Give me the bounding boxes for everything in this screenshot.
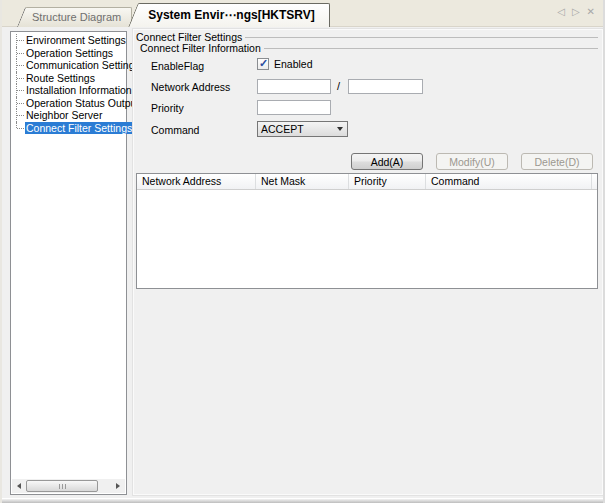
sidebar-item-neighbor-server[interactable]: Neighbor Server	[11, 109, 126, 122]
next-tab-icon[interactable]: ▷	[572, 6, 580, 18]
dropdown-button[interactable]	[332, 122, 347, 136]
divider	[245, 37, 598, 38]
sidebar-item-installation-information[interactable]: Installation Information	[11, 84, 126, 97]
column-header-net-mask[interactable]: Net Mask	[256, 174, 349, 189]
sidebar-item-operation-status-output[interactable]: Operation Status Output	[11, 97, 126, 110]
group-title: Connect Filter Information	[140, 42, 598, 54]
filter-list-table: Network Address Net Mask Priority Comman…	[136, 173, 598, 289]
enable-flag-field: Enabled	[257, 58, 313, 70]
sidebar-item-connect-filter-settings[interactable]: Connect Filter Settings	[11, 122, 126, 135]
tab-structure-diagram[interactable]: Structure Diagram	[28, 7, 132, 27]
tab-label: System Envir⋯ngs[HKTSRV]	[148, 8, 314, 22]
tab-navigation: ◁ ▷ ✕	[557, 6, 595, 18]
tab-label: Structure Diagram	[32, 11, 121, 23]
column-header-network-address[interactable]: Network Address	[137, 174, 256, 189]
modify-button[interactable]: Modify(U)	[436, 153, 508, 170]
arrow-left-icon	[17, 483, 21, 489]
filter-list-header: Network Address Net Mask Priority Comman…	[137, 174, 597, 190]
grip-icon	[65, 484, 66, 489]
grip-icon	[59, 484, 60, 489]
filter-list-body[interactable]	[137, 190, 597, 288]
sidebar-item-communication-settings[interactable]: Communication Settings	[11, 59, 126, 72]
add-button[interactable]: Add(A)	[351, 153, 423, 170]
settings-tree-panel: Environment Settings Operation Settings …	[10, 31, 127, 495]
tab-system-environment-settings[interactable]: System Envir⋯ngs[HKTSRV]	[140, 3, 329, 27]
close-tab-icon[interactable]: ✕	[587, 6, 595, 18]
prev-tab-icon[interactable]: ◁	[557, 6, 565, 18]
grip-icon	[62, 484, 63, 489]
delete-button[interactable]: Delete(D)	[521, 153, 593, 170]
chevron-down-icon	[337, 127, 343, 131]
sidebar-horizontal-scrollbar[interactable]	[12, 479, 125, 493]
scroll-left-button[interactable]	[12, 479, 26, 493]
action-buttons: Add(A) Modify(U) Delete(D)	[351, 153, 593, 170]
connect-filter-settings-panel: Connect Filter Settings Connect Filter I…	[132, 28, 604, 496]
address-mask-separator: /	[337, 80, 340, 92]
priority-input[interactable]	[257, 100, 331, 115]
column-header-priority[interactable]: Priority	[349, 174, 426, 189]
enable-flag-checkbox[interactable]	[257, 58, 269, 70]
enabled-label: Enabled	[274, 58, 313, 70]
sidebar-item-route-settings[interactable]: Route Settings	[11, 72, 126, 85]
enable-flag-label: EnableFlag	[151, 60, 204, 72]
scrollbar-thumb[interactable]	[26, 480, 98, 492]
command-select[interactable]: ACCEPT	[257, 121, 348, 137]
window-bottom-edge	[2, 498, 603, 503]
scroll-right-button[interactable]	[111, 479, 125, 493]
column-header-spacer	[592, 174, 597, 189]
column-header-command[interactable]: Command	[426, 174, 592, 189]
application-window: Structure Diagram System Envir⋯ngs[HKTSR…	[0, 0, 605, 503]
sidebar-item-operation-settings[interactable]: Operation Settings	[11, 47, 126, 60]
priority-label: Priority	[151, 102, 184, 114]
network-address-input[interactable]	[257, 79, 331, 94]
sidebar-item-environment-settings[interactable]: Environment Settings	[11, 34, 126, 47]
settings-tree: Environment Settings Operation Settings …	[11, 32, 126, 134]
document-tab-bar: Structure Diagram System Envir⋯ngs[HKTSR…	[2, 0, 603, 27]
command-label: Command	[151, 124, 199, 136]
network-mask-input[interactable]	[348, 79, 423, 94]
command-selected-value: ACCEPT	[258, 123, 332, 135]
arrow-right-icon	[116, 483, 120, 489]
divider	[264, 48, 598, 49]
network-address-label: Network Address	[151, 81, 230, 93]
